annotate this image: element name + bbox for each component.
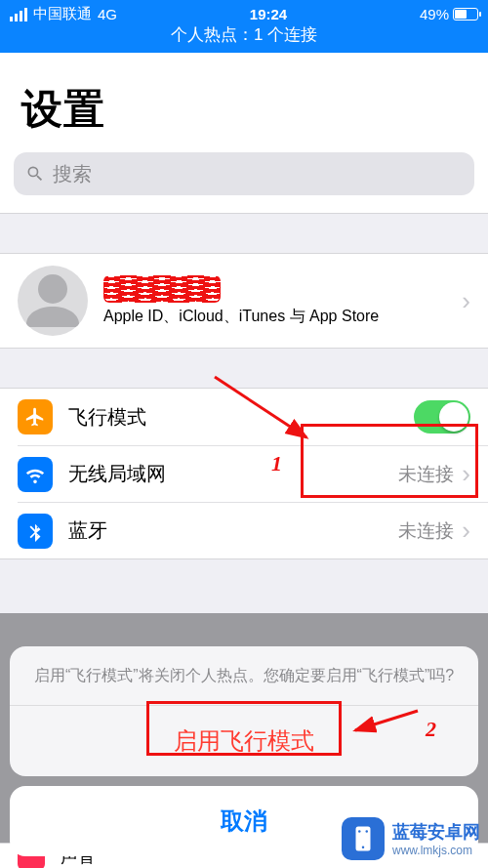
chevron-icon: ›	[454, 516, 470, 546]
chevron-icon: ›	[454, 459, 470, 489]
bluetooth-label: 蓝牙	[68, 517, 398, 544]
sheet-message: 启用“飞行模式”将关闭个人热点。您确定要启用“飞行模式”吗?	[10, 646, 478, 706]
carrier-label: 中国联通	[33, 5, 92, 23]
svg-point-4	[362, 847, 365, 849]
search-input[interactable]: 搜索	[14, 152, 474, 195]
search-wrap: 搜索	[0, 145, 488, 214]
watermark-name: 蓝莓安卓网	[392, 822, 480, 842]
battery-icon	[453, 8, 478, 21]
chevron-icon: ›	[454, 286, 470, 316]
bluetooth-icon	[18, 514, 53, 549]
airplane-switch[interactable]	[414, 400, 470, 434]
search-icon	[25, 164, 45, 184]
network-label: 4G	[98, 6, 117, 22]
wifi-label: 无线局域网	[68, 461, 398, 487]
bluetooth-row[interactable]: 蓝牙 未连接 ›	[18, 502, 488, 558]
title-area: 设置	[0, 53, 488, 145]
airplane-row[interactable]: 飞行模式	[0, 389, 488, 445]
signal-icon	[10, 8, 27, 21]
watermark-icon	[342, 817, 385, 860]
page-title: 设置	[21, 82, 467, 137]
redacted-name	[103, 275, 221, 303]
bluetooth-value: 未连接	[398, 518, 454, 544]
svg-point-0	[38, 274, 67, 304]
svg-point-5	[358, 830, 361, 833]
battery-percent: 49%	[420, 6, 449, 22]
airplane-icon	[18, 399, 53, 434]
hotspot-banner[interactable]: 个人热点：1 个连接	[0, 25, 488, 53]
avatar	[18, 266, 88, 336]
wifi-row[interactable]: 无线局域网 未连接 ›	[18, 445, 488, 502]
wifi-icon	[18, 457, 53, 492]
status-bar: 中国联通 4G 19:24 49% 个人热点：1 个连接	[0, 0, 488, 53]
svg-point-6	[366, 830, 369, 833]
account-group: Apple ID、iCloud、iTunes 与 App Store ›	[0, 253, 488, 349]
wifi-value: 未连接	[398, 462, 454, 487]
apple-id-subtitle: Apple ID、iCloud、iTunes 与 App Store	[103, 307, 454, 327]
search-placeholder: 搜索	[53, 161, 92, 187]
watermark: 蓝莓安卓网 www.lmkjs.com	[342, 817, 480, 860]
sheet-enable-button[interactable]: 启用飞行模式	[10, 706, 478, 776]
apple-id-row[interactable]: Apple ID、iCloud、iTunes 与 App Store ›	[0, 254, 488, 348]
connectivity-group: 飞行模式 无线局域网 未连接 › 蓝牙 未连接 ›	[0, 388, 488, 559]
watermark-url: www.lmkjs.com	[392, 844, 480, 857]
clock: 19:24	[250, 6, 287, 22]
airplane-label: 飞行模式	[68, 404, 414, 431]
